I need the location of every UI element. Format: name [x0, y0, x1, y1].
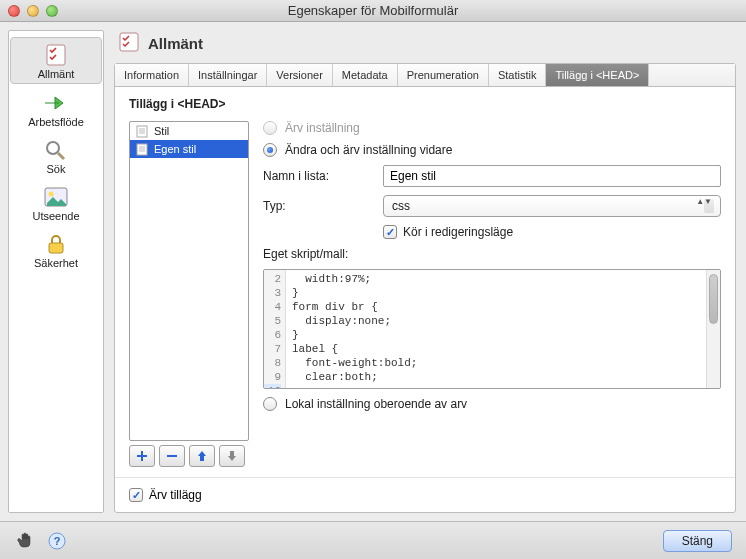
tab-bar: Information Inställningar Versioner Meta… [115, 64, 735, 87]
run-edit-checkbox[interactable]: ✓ [383, 225, 397, 239]
file-icon [135, 142, 149, 156]
lock-icon [42, 232, 70, 256]
type-label: Typ: [263, 199, 373, 213]
sidebar-item-workflow[interactable]: Arbetsflöde [10, 86, 102, 131]
tab-statistics[interactable]: Statistik [489, 64, 547, 86]
svg-point-4 [49, 192, 54, 197]
checklist-icon [42, 43, 70, 67]
scrollbar-vertical[interactable] [706, 270, 720, 388]
name-input[interactable] [383, 165, 721, 187]
code-editor[interactable]: 2345678910 width:97%; } form div br { di… [263, 269, 721, 389]
sidebar-item-label: Arbetsflöde [28, 116, 84, 128]
tab-versions[interactable]: Versioner [267, 64, 332, 86]
select-value: css [392, 199, 410, 213]
run-edit-label: Kör i redigeringsläge [403, 225, 513, 239]
list-item[interactable]: Stil [130, 122, 248, 140]
sidebar-item-appearance[interactable]: Utseende [10, 180, 102, 225]
tab-subscription[interactable]: Prenumeration [398, 64, 489, 86]
radio-label: Ärv inställning [285, 121, 360, 135]
radio-local[interactable]: Lokal inställning oberoende av arv [263, 397, 721, 411]
tab-information[interactable]: Information [115, 64, 189, 86]
picture-icon [42, 185, 70, 209]
radio-icon [263, 121, 277, 135]
list-item[interactable]: Egen stil [130, 140, 248, 158]
hand-icon[interactable] [14, 530, 36, 552]
magnifier-icon [42, 138, 70, 162]
zoom-window-button[interactable] [46, 5, 58, 17]
help-icon[interactable]: ? [46, 530, 68, 552]
svg-rect-5 [49, 243, 63, 253]
arrow-right-icon [42, 91, 70, 115]
code-gutter: 2345678910 [264, 270, 286, 388]
sidebar-item-general[interactable]: Allmänt [10, 37, 102, 84]
move-up-button[interactable] [189, 445, 215, 467]
window-title: Egenskaper för Mobilformulär [0, 3, 746, 18]
svg-line-2 [58, 153, 64, 159]
list-item-label: Egen stil [154, 143, 196, 155]
section-title: Tillägg i <HEAD> [115, 87, 735, 117]
main-panel: Information Inställningar Versioner Meta… [114, 63, 736, 513]
chevron-updown-icon: ▲▼ [696, 198, 712, 206]
radio-label: Ändra och ärv inställning vidare [285, 143, 452, 157]
code-text[interactable]: width:97%; } form div br { display:none;… [286, 270, 706, 388]
inherit-addons-label: Ärv tillägg [149, 488, 202, 502]
scrollbar-thumb[interactable] [709, 274, 718, 324]
name-label: Namn i lista: [263, 169, 373, 183]
type-select[interactable]: css ▲▼ [383, 195, 721, 217]
checklist-icon [118, 32, 140, 55]
script-label: Eget skript/mall: [263, 247, 721, 261]
sidebar: Allmänt Arbetsflöde Sök Utseende [0, 22, 112, 521]
radio-inherit: Ärv inställning [263, 121, 721, 135]
close-window-button[interactable] [8, 5, 20, 17]
inherit-addons-checkbox[interactable]: ✓ [129, 488, 143, 502]
radio-icon [263, 143, 277, 157]
close-button[interactable]: Stäng [663, 530, 732, 552]
sidebar-item-label: Utseende [32, 210, 79, 222]
minimize-window-button[interactable] [27, 5, 39, 17]
sidebar-item-label: Allmänt [38, 68, 75, 80]
radio-change-inherit[interactable]: Ändra och ärv inställning vidare [263, 143, 721, 157]
move-down-button[interactable] [219, 445, 245, 467]
style-list[interactable]: Stil Egen stil [129, 121, 249, 441]
add-button[interactable] [129, 445, 155, 467]
sidebar-item-label: Säkerhet [34, 257, 78, 269]
svg-text:?: ? [54, 535, 61, 547]
tab-settings[interactable]: Inställningar [189, 64, 267, 86]
tab-metadata[interactable]: Metadata [333, 64, 398, 86]
list-item-label: Stil [154, 125, 169, 137]
page-header: Allmänt [114, 30, 736, 63]
radio-label: Lokal inställning oberoende av arv [285, 397, 467, 411]
sidebar-item-security[interactable]: Säkerhet [10, 227, 102, 272]
page-title: Allmänt [148, 35, 203, 52]
titlebar: Egenskaper för Mobilformulär [0, 0, 746, 22]
sidebar-item-label: Sök [47, 163, 66, 175]
footer: ? Stäng [0, 521, 746, 559]
tab-head-additions[interactable]: Tillägg i <HEAD> [546, 64, 649, 86]
remove-button[interactable] [159, 445, 185, 467]
svg-point-1 [47, 142, 59, 154]
file-icon [135, 124, 149, 138]
window-controls [8, 5, 58, 17]
sidebar-item-search[interactable]: Sök [10, 133, 102, 178]
radio-icon [263, 397, 277, 411]
